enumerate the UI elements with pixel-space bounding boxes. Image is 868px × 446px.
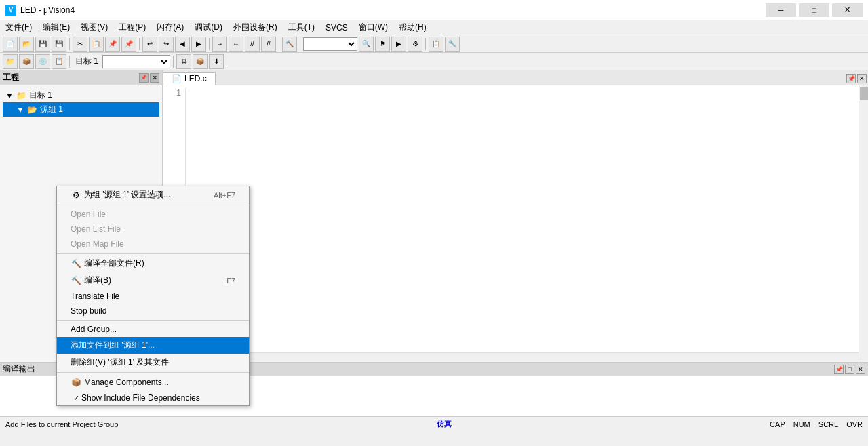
- t2-settings-btn[interactable]: ⚙: [176, 54, 191, 69]
- scrl-indicator: SCRL: [818, 420, 838, 428]
- horizontal-scrollbar[interactable]: [163, 352, 859, 362]
- sep5: [300, 38, 300, 50]
- find-btn[interactable]: 🔍: [359, 37, 374, 52]
- ctx-manage-components[interactable]: 📦 Manage Components...: [57, 374, 249, 390]
- menu-flash[interactable]: 闪存(A): [151, 20, 189, 35]
- menu-peripherals[interactable]: 外围设备(R): [228, 20, 283, 35]
- paste-btn[interactable]: 📌: [105, 37, 120, 52]
- cut-btn[interactable]: ✂: [73, 37, 87, 52]
- panel-controls[interactable]: 📌 ✕: [139, 73, 159, 83]
- status-left: Add Files to current Project Group: [5, 420, 118, 428]
- scroll-thumb[interactable]: [860, 87, 868, 100]
- t2-btn4[interactable]: 📋: [52, 54, 66, 69]
- t2-download-btn[interactable]: ⬇: [209, 54, 224, 69]
- editor-content[interactable]: [190, 88, 865, 359]
- ctx-manage-label: Manage Components...: [84, 378, 169, 387]
- t2-manage-btn[interactable]: 📦: [193, 54, 208, 69]
- output-title: 编译输出: [3, 363, 35, 375]
- tab-controls: 📌 ✕: [845, 73, 868, 85]
- comment-btn[interactable]: //: [245, 37, 260, 52]
- open-btn[interactable]: 📂: [19, 37, 34, 52]
- menu-debug[interactable]: 调试(D): [189, 20, 228, 35]
- folder-icon: 📁: [16, 91, 26, 100]
- left-panel: 工程 📌 ✕ ▼ 📁 目标 1 ▼ 📂 源组 1 ⚙: [0, 70, 163, 362]
- debug-btn[interactable]: ▶: [391, 37, 406, 52]
- sep6: [425, 38, 426, 50]
- settings-btn[interactable]: ⚙: [408, 37, 422, 52]
- ctx-add-files[interactable]: 添加文件到组 '源组 1'...: [57, 337, 249, 354]
- ctx-add-group[interactable]: Add Group...: [57, 322, 249, 337]
- title-controls[interactable]: ─ □ ✕: [766, 3, 863, 17]
- search-dropdown[interactable]: [303, 37, 357, 51]
- ctx-compile[interactable]: 🔨 编译(B) F7: [57, 272, 249, 289]
- menu-tools[interactable]: 工具(T): [283, 20, 320, 35]
- tree-item-label: 目标 1: [29, 89, 52, 101]
- ctx-open-list-file[interactable]: Open List File: [57, 222, 249, 237]
- redo-btn[interactable]: ↪: [159, 37, 174, 52]
- sep7: [69, 56, 70, 68]
- tab-close-btn[interactable]: ✕: [857, 74, 867, 83]
- ctx-delete-group[interactable]: 删除组(V) '源组 1' 及其文件: [57, 354, 249, 371]
- save-all-btn[interactable]: 💾: [52, 37, 66, 52]
- sep4: [279, 38, 279, 50]
- tab-pin-btn[interactable]: 📌: [846, 74, 856, 83]
- ctx-sep3: [57, 320, 249, 321]
- output-close-btn[interactable]: ✕: [856, 365, 865, 374]
- back-btn[interactable]: ◀: [175, 37, 190, 52]
- ctx-compile-row: 🔨 编译(B): [71, 275, 111, 286]
- paste2-btn[interactable]: 📌: [121, 37, 136, 52]
- ctx-compile-all[interactable]: 🔨 编译全部文件(R): [57, 255, 249, 272]
- tree-item-target[interactable]: ▼ 📁 目标 1: [3, 88, 159, 102]
- ctx-show-deps-row: ✓ Show Include File Dependencies: [71, 393, 200, 403]
- ctx-open-map-file[interactable]: Open Map File: [57, 237, 249, 251]
- maximize-button[interactable]: □: [799, 3, 829, 17]
- t2-btn3[interactable]: 💿: [35, 54, 50, 69]
- panel-pin-btn[interactable]: 📌: [139, 73, 149, 83]
- indent-btn[interactable]: →: [212, 37, 227, 52]
- target-label: 目标 1: [73, 56, 101, 67]
- toolbar-1: 📄 📂 💾 💾 ✂ 📋 📌 📌 ↩ ↪ ◀ ▶ → ← // // 🔨 🔍 ⚑ …: [0, 35, 868, 53]
- new-file-btn[interactable]: 📄: [3, 37, 18, 52]
- ctx-sep1: [57, 205, 249, 205]
- ctx-open-file[interactable]: Open File: [57, 207, 249, 222]
- view-toggle-btn[interactable]: 📋: [429, 37, 443, 52]
- undo-btn[interactable]: ↩: [142, 37, 157, 52]
- ctx-translate-file[interactable]: Translate File: [57, 289, 249, 304]
- t2-btn1[interactable]: 📁: [3, 54, 18, 69]
- save-btn[interactable]: 💾: [35, 37, 50, 52]
- output-pin-btn[interactable]: 📌: [834, 365, 844, 374]
- ctx-stop-build[interactable]: Stop build: [57, 304, 249, 319]
- status-bar: Add Files to current Project Group 仿真 CA…: [0, 416, 868, 431]
- output-controls[interactable]: 📌 □ ✕: [834, 365, 865, 374]
- tab-led-c[interactable]: 📄 LED.c: [163, 72, 216, 85]
- minimize-button[interactable]: ─: [766, 3, 796, 17]
- output-maximize-btn[interactable]: □: [845, 365, 854, 374]
- vertical-scrollbar[interactable]: [859, 85, 868, 362]
- expand-icon: ▼: [5, 91, 14, 100]
- menu-file[interactable]: 文件(F): [0, 20, 37, 35]
- menu-help[interactable]: 帮助(H): [393, 20, 432, 35]
- build-btn[interactable]: 🔨: [282, 37, 297, 52]
- menu-edit[interactable]: 编辑(E): [37, 20, 75, 35]
- menu-view[interactable]: 视图(V): [75, 20, 113, 35]
- close-button[interactable]: ✕: [832, 3, 863, 17]
- sep2: [139, 38, 140, 50]
- menu-project[interactable]: 工程(P): [113, 20, 151, 35]
- uncomment-btn[interactable]: //: [261, 37, 276, 52]
- t2-btn2[interactable]: 📦: [19, 54, 34, 69]
- menu-window[interactable]: 窗口(W): [353, 20, 393, 35]
- copy-btn[interactable]: 📋: [89, 37, 104, 52]
- ctx-group-options[interactable]: ⚙ 为组 '源组 1' 设置选项... Alt+F7: [57, 186, 249, 203]
- fwd-btn[interactable]: ▶: [191, 37, 206, 52]
- target-dropdown[interactable]: [102, 55, 170, 68]
- ctx-compile-shortcut: F7: [226, 277, 235, 285]
- bookmark-btn[interactable]: ⚑: [375, 37, 390, 52]
- outdent-btn[interactable]: ←: [229, 37, 243, 52]
- ctx-show-deps[interactable]: ✓ Show Include File Dependencies: [57, 390, 249, 405]
- tree-item-group[interactable]: ▼ 📂 源组 1: [3, 102, 159, 117]
- editor-area[interactable]: 1: [163, 85, 868, 362]
- panel-close-btn[interactable]: ✕: [150, 73, 159, 83]
- menu-svcs[interactable]: SVCS: [320, 20, 353, 35]
- project-panel-title: 工程: [3, 72, 19, 83]
- config-btn[interactable]: 🔧: [445, 37, 460, 52]
